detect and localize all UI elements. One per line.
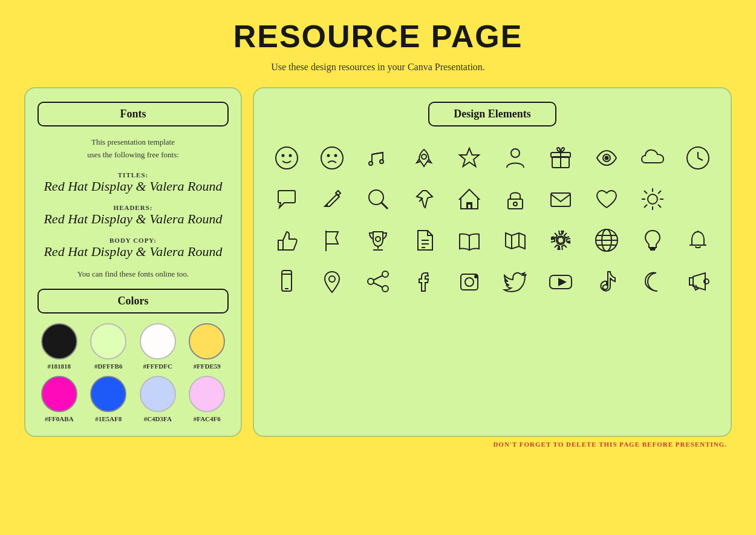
color-hex-label: #FFDE59 [194,363,221,370]
main-content: Fonts This presentation template uses th… [24,87,732,437]
svg-point-63 [368,278,374,284]
icon-r4-c3 [357,263,399,300]
icon-r2-c10 [677,181,719,217]
icon-r2-c6 [495,181,536,217]
svg-line-66 [373,283,383,287]
fonts-header: Fonts [37,102,229,126]
icon-r3-c3 [357,222,399,258]
icon-r2-c7 [541,181,582,217]
icon-r4-c8 [586,263,627,300]
icon-r4-c6 [495,263,536,300]
svg-line-19 [698,158,703,160]
color-item: #FFFDFC [136,323,180,370]
icon-r2-c9 [632,181,673,217]
page-title: RESOURCE PAGE [233,18,523,54]
icon-r3-c6 [495,222,536,258]
icon-r1-c9 [632,140,673,176]
icon-r2-c3 [357,181,399,217]
svg-point-28 [648,194,657,204]
svg-line-35 [658,191,661,194]
colors-header: Colors [37,289,229,313]
titles-font: TITLES: Red Hat Display & Valera Round [37,171,229,194]
color-item: #FF0ABA [37,376,81,422]
svg-point-40 [376,237,380,241]
icon-r1-c1 [266,140,307,176]
icon-r3-c10 [677,222,719,258]
svg-line-21 [381,202,388,209]
icon-r4-c2 [312,263,353,300]
footer-note: DON'T FORGET TO DELETE THIS PAGE BEFORE … [24,441,732,448]
color-item: #FAC4F6 [186,376,229,422]
icon-r1-c2 [312,140,353,176]
svg-point-49 [558,237,564,243]
svg-point-4 [328,155,330,157]
svg-point-1 [282,155,284,157]
icon-r4-c5 [449,263,490,300]
icon-r3-c1 [266,222,307,258]
svg-point-69 [475,275,477,278]
headers-font: HEADERS: Red Hat Display & Valera Round [37,204,229,227]
icon-r4-c9 [632,263,673,300]
svg-point-62 [382,271,388,277]
icon-r3-c9 [632,222,673,258]
color-hex-label: #1E5AF8 [95,415,122,422]
svg-point-61 [329,276,335,282]
color-hex-label: #DFFFB6 [94,363,122,370]
svg-point-64 [382,286,388,292]
svg-point-3 [321,147,343,169]
body-font: BODY COPY: Red Hat Display & Valera Roun… [37,237,229,260]
icon-r4-c1 [266,263,307,300]
svg-marker-45 [506,233,525,249]
svg-point-5 [335,155,337,157]
find-fonts-text: You can find these fonts online too. [37,269,229,279]
icon-r2-c5 [449,181,490,217]
icon-r2-c1 [266,181,307,217]
svg-point-6 [369,162,373,165]
svg-marker-10 [460,148,479,166]
icon-r4-c7 [541,263,582,300]
icon-r1-c10 [677,140,719,176]
svg-point-0 [276,147,298,169]
icon-r3-c7 [541,222,582,258]
color-hex-label: #FFFDFC [143,363,172,370]
left-panel: Fonts This presentation template uses th… [24,87,242,437]
icon-r1-c6 [495,140,536,176]
svg-line-65 [373,275,383,280]
color-hex-label: #FF0ABA [45,415,74,422]
svg-point-26 [513,202,517,206]
svg-line-33 [644,191,647,194]
color-hex-label: #181818 [48,363,71,370]
icon-r4-c10 [677,263,719,300]
icon-r1-c4 [403,140,445,176]
svg-point-7 [380,160,383,163]
svg-rect-27 [551,193,570,206]
page-subtitle: Use these design resources in your Canva… [271,62,485,73]
icons-grid [266,140,719,300]
svg-marker-23 [460,189,479,209]
icon-r1-c5 [449,140,490,176]
svg-point-16 [605,157,608,160]
icon-r1-c3 [357,140,399,176]
color-item: #FFDE59 [186,323,229,370]
svg-point-11 [511,149,520,157]
color-item: #C4D3FA [136,376,180,422]
svg-line-8 [372,153,383,154]
svg-line-34 [658,205,661,208]
color-item: #1E5AF8 [87,376,131,422]
icon-r4-c4 [403,263,445,300]
icon-r2-c8 [586,181,627,217]
right-panel: Design Elements [253,87,732,437]
color-hex-label: #C4D3FA [144,415,172,422]
design-elements-header: Design Elements [428,102,556,126]
svg-rect-24 [468,204,471,209]
fonts-description: This presentation template uses the foll… [37,136,229,162]
svg-marker-71 [558,278,567,286]
svg-point-68 [465,278,474,286]
color-item: #181818 [37,323,81,370]
svg-point-2 [289,155,291,157]
color-item: #DFFFB6 [87,323,131,370]
icon-r3-c5 [449,222,490,258]
svg-rect-25 [508,199,523,209]
icon-r1-c7 [541,140,582,176]
icon-r3-c8 [586,222,627,258]
